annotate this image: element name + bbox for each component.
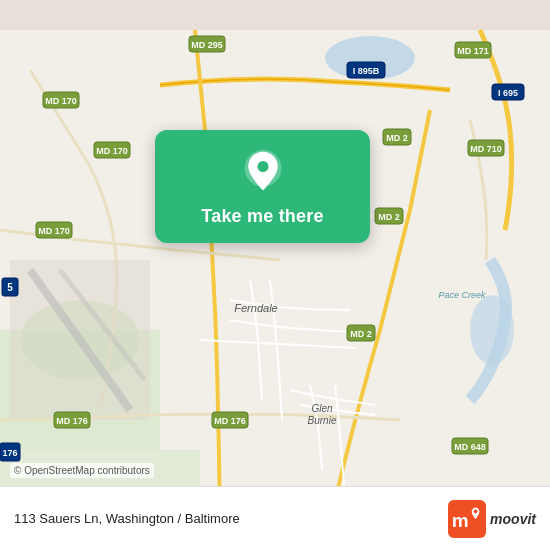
svg-point-2 bbox=[470, 295, 514, 365]
svg-text:MD 710: MD 710 bbox=[470, 144, 502, 154]
svg-text:I 695: I 695 bbox=[498, 88, 518, 98]
svg-text:176: 176 bbox=[2, 448, 17, 458]
svg-text:m: m bbox=[452, 509, 469, 530]
bottom-bar: 113 Sauers Ln, Washington / Baltimore m … bbox=[0, 486, 550, 550]
svg-text:Glen: Glen bbox=[311, 403, 333, 414]
svg-text:MD 171: MD 171 bbox=[457, 46, 489, 56]
svg-text:5: 5 bbox=[7, 282, 13, 293]
svg-text:MD 2: MD 2 bbox=[350, 329, 372, 339]
svg-text:Ferndale: Ferndale bbox=[234, 302, 277, 314]
svg-text:MD 2: MD 2 bbox=[386, 133, 408, 143]
svg-text:MD 295: MD 295 bbox=[191, 40, 223, 50]
location-card: Take me there bbox=[155, 130, 370, 243]
svg-text:MD 176: MD 176 bbox=[214, 416, 246, 426]
moovit-icon-svg: m bbox=[448, 500, 486, 538]
address-label: 113 Sauers Ln, Washington / Baltimore bbox=[14, 511, 240, 526]
map-container: MD 295 MD 171 I 895B I 695 MD 170 MD 170… bbox=[0, 0, 550, 550]
svg-text:MD 176: MD 176 bbox=[56, 416, 88, 426]
svg-text:MD 648: MD 648 bbox=[454, 442, 486, 452]
svg-point-50 bbox=[474, 509, 478, 513]
svg-text:Burnie: Burnie bbox=[308, 415, 337, 426]
take-me-there-button[interactable]: Take me there bbox=[201, 206, 323, 227]
svg-text:MD 170: MD 170 bbox=[45, 96, 77, 106]
svg-text:I 895B: I 895B bbox=[353, 66, 380, 76]
svg-point-47 bbox=[257, 161, 268, 172]
svg-text:MD 2: MD 2 bbox=[378, 212, 400, 222]
moovit-logo: m moovit bbox=[448, 500, 536, 538]
moovit-text: moovit bbox=[490, 511, 536, 527]
svg-text:Pace Creek: Pace Creek bbox=[438, 290, 486, 300]
location-pin-icon bbox=[239, 148, 287, 196]
svg-text:MD 170: MD 170 bbox=[38, 226, 70, 236]
svg-text:MD 170: MD 170 bbox=[96, 146, 128, 156]
copyright-text: © OpenStreetMap contributors bbox=[10, 463, 154, 478]
